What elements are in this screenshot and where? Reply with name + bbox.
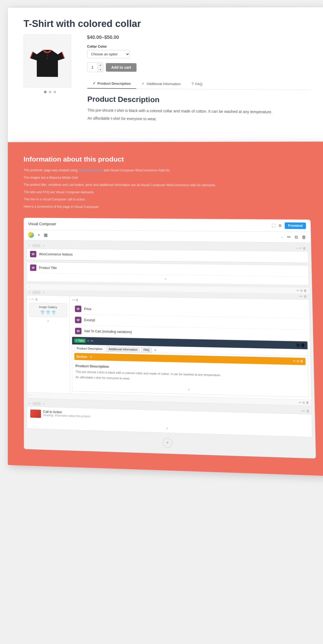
dot-2[interactable] [49,91,51,93]
col-edit-icon[interactable]: ✏ [32,297,34,301]
tab-faq[interactable]: ? FAQ [186,79,208,89]
vc-col-left: + ✏ 🗑 Image Gallery 👕 👕 👕 [27,295,70,393]
del-row-1[interactable]: 🗑 [304,289,307,292]
del-icon-right[interactable]: 🗑 [303,246,306,250]
description-text-1: This pre-shrunk t-shirt is black with a … [87,107,311,115]
del-row-2[interactable]: 🗑 [306,401,309,404]
col-bar-left: + ✏ 🗑 [29,297,67,302]
edit-icon[interactable]: ✏ [287,234,291,240]
qty-up[interactable]: ▲ [98,62,103,67]
col-add-icon[interactable]: + [29,297,31,301]
edit-row-2[interactable]: ✏ [299,400,301,404]
visual-composer-link[interactable]: Visual Composer [78,168,103,172]
section-plus[interactable]: + [90,354,93,359]
edit-row-1[interactable]: ✏ [297,289,299,292]
product-info: $40.00–$50.00 Collar Color Choose an opt… [87,34,312,126]
gallery-icon-1: 👕 [40,310,45,314]
minus-icon[interactable]: − [281,235,283,239]
product-description-heading: Product Description [87,95,311,105]
copy-row-2[interactable]: ⧉ [302,401,305,404]
add-icon-4[interactable]: + [43,291,44,294]
minus-icon-row1[interactable]: − [29,285,31,288]
add-icon-3[interactable]: + [29,291,31,294]
product-title: T-Shirt with colored collar [24,18,309,29]
add-to-cart-button[interactable]: Add to cart [106,63,136,72]
tabs-del-icon[interactable]: 🗑 [301,343,305,348]
info-text-6: Here is a screenshot of this page in Vis… [24,204,310,211]
copy-icon[interactable]: ⧉ [295,234,298,239]
tab-product-description[interactable]: ✓ Product Description [87,78,136,89]
tabs-add-btn[interactable]: + Tabs [74,338,85,343]
expand-icon[interactable]: ⛶ [272,223,275,228]
vc-col-right: +✏🗑 W Price W Excerpt [70,296,311,399]
dot-1[interactable] [44,91,47,93]
qty-down[interactable]: ▼ [98,67,103,72]
edit-icon-right[interactable]: ✏ [299,246,302,250]
tab-additional-information[interactable]: ✓ Additional Information [136,79,186,89]
add-edit-3[interactable]: +✏ [301,409,305,413]
product-title-label: Product Title [39,266,57,270]
notices-label: WooCommerce Notices [39,252,73,256]
col-del-icon[interactable]: 🗑 [35,298,38,301]
woo-icon-addtocart: W [75,327,82,334]
tabs-copy-icon[interactable]: ⧉ [296,342,299,347]
collar-color-select[interactable]: Choose an option [87,50,130,58]
gallery-icon-3: 👕 [51,310,56,315]
final-add-btn[interactable]: + [163,438,173,448]
col-add-below[interactable]: + [29,317,67,325]
dot-3[interactable] [54,91,56,93]
del-3[interactable]: 🗑 [306,409,309,413]
add-edit-2[interactable]: +✏ [298,294,303,298]
vc-title: Visual Composer [28,221,56,226]
woo-icon-title: W [30,264,36,271]
add-element-icon[interactable]: + [38,232,40,237]
excerpt-label: Excerpt [84,318,95,322]
addtocart-label: Add To Cart (including variations) [84,329,132,334]
quantity-box: 1 ▲ ▼ [87,62,103,72]
svg-point-5 [47,58,48,59]
vc-screenshot: Visual Composer ⛶ ⚙ Frontend + ▦ − ✏ ⧉ 🗑… [24,217,316,458]
section-del[interactable]: 🗑 [300,359,303,363]
row-bottom-icons-2: ✏ ⧉ 🗑 [299,400,309,404]
price-label: Price [84,307,91,311]
row-bottom-icons-1: ✏ ⧉ 🗑 [297,289,307,292]
add-6[interactable]: + [43,402,45,406]
tabs-edit-icon[interactable]: ✏ [91,339,93,343]
add-icon-right[interactable]: + [296,246,298,250]
woo-icon-excerpt: W [75,317,82,323]
collar-color-label: Collar Color [87,44,310,49]
del-2[interactable]: 🗑 [304,295,307,298]
vc-row-two-col: + ✏ 🗑 Image Gallery 👕 👕 👕 [27,295,312,406]
delete-icon[interactable]: 🗑 [302,235,306,240]
add-5[interactable]: + [29,402,31,405]
minus-row2[interactable]: − [29,394,31,397]
tab-nav-add[interactable]: + [154,348,157,352]
col-right-add[interactable]: +✏🗑 [72,298,79,302]
add-icon-2[interactable]: + [43,244,44,247]
vc-content: + + + ✏ 🗑 W WooCommerce Notices W [24,240,315,458]
tab-btn-pd[interactable]: Product Description [74,346,105,352]
vc-logo [28,232,34,238]
section-edit[interactable]: ✏ [293,359,296,363]
frontend-button[interactable]: Frontend [285,222,306,229]
woo-icon-notices: W [30,251,36,257]
coral-section: Information about this product This prod… [8,142,323,476]
copy-row-1[interactable]: ⧉ [300,289,303,292]
product-image-area [24,34,77,123]
tabs-plus-icon[interactable]: + [87,339,89,343]
grid-icon[interactable]: ▦ [44,232,48,237]
tab-btn-ai[interactable]: Additional Information [106,346,140,352]
section-copy[interactable]: ⧉ [297,359,299,363]
tab-btn-faq[interactable]: FAQ [141,347,152,353]
product-tabs: ✓ Product Description ✓ Additional Infor… [87,78,311,90]
mini-bar-2 [33,291,41,294]
info-text-2: The images are a Masonry Media Grid. [24,175,310,181]
product-layout: $40.00–$50.00 Collar Color Choose an opt… [24,34,312,126]
section-label: Section [77,355,87,358]
add-icon-1[interactable]: + [29,244,31,247]
vc-element-notices: W WooCommerce Notices [27,249,308,263]
settings-icon[interactable]: ⚙ [278,223,282,228]
info-text-1: This products' page was created using Vi… [24,168,309,174]
svg-marker-2 [37,50,58,77]
vc-row-product-title: W Product Title + [27,262,309,285]
